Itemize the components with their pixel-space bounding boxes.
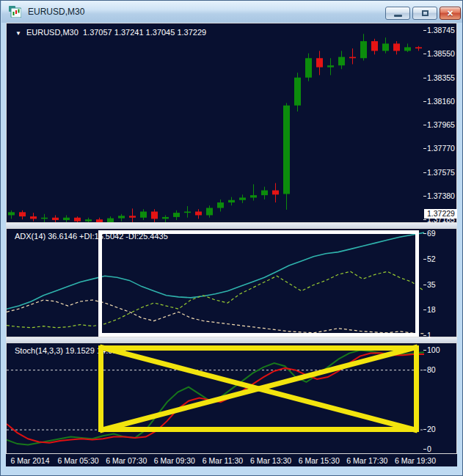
axis-tick — [423, 449, 426, 450]
axis-tick — [423, 429, 426, 430]
price-axis-label: 1.37380 — [427, 191, 455, 200]
price-axis-label: 1.37965 — [427, 120, 455, 129]
panel-separator[interactable] — [6, 337, 457, 343]
price-chart-panel[interactable]: ▼EURUSD,M30 1.37057 1.37241 1.37045 1.37… — [6, 23, 457, 223]
close-button[interactable]: ✕ — [440, 7, 461, 20]
axis-tick — [423, 350, 426, 351]
price-axis-label: 1.37575 — [427, 168, 455, 177]
axis-tick — [423, 30, 426, 31]
stoch-axis-label: 20 — [427, 425, 436, 433]
adx-axis-label: 52 — [427, 255, 436, 263]
time-axis-label: 6 Mar 05:30 — [58, 456, 99, 465]
axis-tick — [423, 285, 426, 285]
chart-window: EURUSD,M30 ✕ ▼EURUSD,M30 1.37057 1.37241… — [0, 0, 463, 476]
axis-tick — [423, 78, 426, 78]
axis-tick — [423, 259, 426, 260]
adx-indicator-label: ADX(14) 36.6146 +DI:16.5042 -DI:25.4435 — [15, 232, 168, 241]
time-axis-label: 6 Mar 07:30 — [106, 456, 147, 465]
price-axis-label: 1.38550 — [427, 49, 455, 58]
axis-tick — [423, 125, 426, 125]
titlebar[interactable]: EURUSD,M30 ✕ — [1, 1, 463, 23]
axis-tick — [423, 370, 426, 370]
axis-tick — [423, 219, 426, 220]
close-icon: ✕ — [447, 7, 453, 19]
adx-plot[interactable] — [7, 229, 424, 337]
panel-separator[interactable] — [6, 223, 457, 228]
stochastic-indicator-panel[interactable]: Stoch(14,3,3) 19.1529 14.9815 — [6, 343, 457, 454]
chart-header: ▼EURUSD,M30 1.37057 1.37241 1.37045 1.37… — [15, 28, 206, 37]
stoch-axis-label: 0 — [427, 444, 431, 453]
symbol-dropdown-icon[interactable]: ▼ — [15, 30, 21, 37]
app-icon — [9, 6, 21, 18]
time-axis-label: 6 Mar 09:30 — [154, 456, 195, 465]
time-axis[interactable]: 6 Mar 20146 Mar 05:306 Mar 07:306 Mar 09… — [6, 454, 457, 466]
price-axis-label: 1.38160 — [427, 97, 455, 106]
axis-tick — [423, 310, 426, 310]
time-axis-label: 6 Mar 11:30 — [203, 456, 243, 465]
adx-axis-label: 35 — [427, 280, 436, 289]
time-axis-label: 6 Mar 19:30 — [395, 456, 436, 465]
chart-header-ohlc: 1.37057 1.37241 1.37045 1.37229 — [83, 28, 206, 37]
axis-tick — [423, 172, 426, 173]
stoch-plot[interactable] — [7, 343, 424, 454]
axis-tick — [423, 335, 426, 336]
current-price-box: 1.37229 — [424, 209, 457, 219]
axis-tick — [423, 54, 426, 54]
time-axis-label: 6 Mar 15:30 — [299, 456, 340, 465]
price-axis-label: 1.38745 — [427, 26, 455, 34]
maximize-button[interactable] — [412, 7, 437, 20]
adx-axis-label: 69 — [427, 229, 436, 238]
time-axis-label: 6 Mar 17:30 — [346, 456, 387, 465]
price-axis-label: 1.37770 — [427, 144, 455, 153]
price-axis-label: 1.38355 — [427, 73, 455, 82]
axis-tick — [423, 196, 426, 197]
adx-axis-label: 1 — [427, 331, 431, 340]
minimize-button[interactable] — [385, 7, 410, 20]
axis-tick — [423, 148, 426, 149]
window-title: EURUSD,M30 — [28, 1, 84, 23]
stoch-axis-label: 100 — [427, 345, 440, 354]
adx-indicator-panel[interactable]: ADX(14) 36.6146 +DI:16.5042 -DI:25.4435 — [6, 228, 457, 337]
stochastic-indicator-label: Stoch(14,3,3) 19.1529 14.9815 — [15, 346, 126, 355]
candlestick-plot[interactable] — [7, 23, 424, 223]
adx-axis-label: 18 — [427, 305, 436, 314]
time-axis-label: 6 Mar 13:30 — [250, 456, 291, 465]
time-axis-label: 6 Mar 2014 — [10, 456, 49, 465]
axis-tick — [423, 233, 426, 234]
chart-header-symbol: EURUSD,M30 — [26, 28, 79, 37]
stoch-axis-label: 80 — [427, 365, 436, 374]
maximize-icon — [422, 10, 429, 16]
minimize-icon — [394, 15, 402, 17]
axis-tick — [423, 101, 426, 102]
